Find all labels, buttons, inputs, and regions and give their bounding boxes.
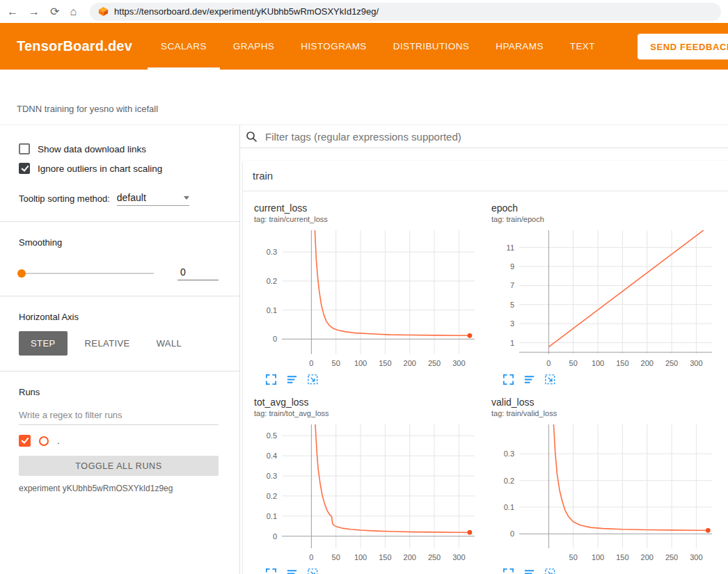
expand-chart-icon[interactable] [503,568,514,574]
toggle-all-runs-button[interactable]: TOGGLE ALL RUNS [19,456,219,476]
chart-plot[interactable]: 1357911050100150200250300 [487,226,720,372]
y-tick-label: 0.5 [267,431,277,440]
chart-title: tot_avg_loss [250,397,487,408]
tab-distributions[interactable]: DISTRIBUTIONS [380,23,482,70]
train-card-header[interactable]: train [243,161,728,191]
run-row[interactable]: . [19,435,219,447]
chart-tag: tag: train/valid_loss [487,409,725,417]
back-icon[interactable]: ← [7,6,18,17]
sidebar-divider [0,296,239,296]
home-icon[interactable]: ⌂ [70,6,77,17]
x-tick-label: 250 [665,553,678,561]
x-tick-label: 200 [404,553,416,561]
chart-plot[interactable]: 00.10.20.30.40.5050100150200250300 [250,420,483,566]
expand-chart-icon[interactable] [265,568,277,574]
chevron-down-icon [184,196,189,200]
tab-histograms[interactable]: HISTOGRAMS [287,23,380,70]
send-feedback-button[interactable]: SEND FEEDBACK [638,33,728,59]
y-tick-label: 0.3 [267,472,277,480]
chart-toolbar [250,568,487,574]
charts-grid: current_losstag: train/current_loss00.10… [243,191,728,574]
browser-chrome: ← → ⟳ ⌂ https://tensorboard.dev/experime… [0,0,728,23]
x-tick-label: 200 [404,359,416,367]
y-tick-label: 9 [510,262,514,271]
x-tick-label: 300 [690,553,702,561]
y-tick-label: 0.3 [267,248,277,256]
tab-hparams[interactable]: HPARAMS [482,23,557,70]
end-point-dot [468,530,473,535]
forward-icon[interactable]: → [29,6,40,17]
experiment-title: TDNN training for yesno with icefall [17,104,158,114]
ignore-outliers-checkbox[interactable] [19,163,30,174]
smoothing-slider[interactable] [19,273,154,274]
y-axis-toggle-icon[interactable] [523,568,535,574]
x-tick-label: 150 [379,553,391,561]
chart-tag: tag: train/epoch [487,215,725,223]
y-tick-label: 0.1 [504,503,514,511]
y-axis-toggle-icon[interactable] [286,568,298,574]
tab-text[interactable]: TEXT [557,23,608,70]
experiment-title-bar: TDNN training for yesno with icefall [0,70,728,125]
y-tick-label: 0.4 [267,452,277,460]
tab-graphs[interactable]: GRAPHS [220,23,287,70]
x-tick-label: 300 [452,359,465,367]
x-tick-label: 200 [641,553,654,561]
runs-filter-input[interactable] [19,406,219,425]
step-axis-button[interactable]: STEP [19,331,68,356]
chart-tag: tag: train/tot_avg_loss [250,409,487,417]
y-tick-label: 0 [273,335,277,343]
tab-scalars[interactable]: SCALARS [148,23,220,70]
address-bar[interactable]: https://tensorboard.dev/experiment/yKUbh… [90,3,721,21]
x-tick-label: 50 [569,359,578,367]
tooltip-sorting-value: default [117,192,146,203]
x-tick-label: 100 [354,359,367,367]
main-nav: SCALARS GRAPHS HISTOGRAMS DISTRIBUTIONS … [148,23,608,70]
x-tick-label: 300 [690,359,702,367]
y-tick-label: 0.1 [267,512,277,520]
x-tick-label: 250 [665,359,678,367]
fit-domain-icon[interactable] [544,568,556,574]
wall-axis-button[interactable]: WALL [148,331,191,356]
tooltip-sorting-dropdown[interactable]: default [117,192,189,206]
brand-logo[interactable]: TensorBoard.dev [17,38,132,54]
ignore-outliers-row[interactable]: Ignore outliers in chart scaling [19,163,219,174]
tag-filter-input[interactable] [264,130,698,143]
reload-icon[interactable]: ⟳ [50,6,59,17]
y-axis-toggle-icon[interactable] [523,374,535,385]
y-tick-label: 5 [510,301,514,309]
tooltip-sorting-row: Tooltip sorting method: default [19,192,219,206]
fit-domain-icon[interactable] [307,568,319,574]
url-text: https://tensorboard.dev/experiment/yKUbh… [114,6,379,17]
chart-card-epoch: epochtag: train/epoch1357911050100150200… [487,202,725,385]
show-download-links-checkbox[interactable] [19,143,30,154]
x-tick-label: 100 [592,359,604,367]
y-tick-label: 0.2 [267,277,277,285]
content: Show data download links Ignore outliers… [0,125,728,574]
series-line [551,420,709,530]
x-tick-label: 0 [309,359,313,367]
relative-axis-button[interactable]: RELATIVE [76,331,139,356]
run-checkbox[interactable] [19,435,31,447]
sidebar-divider [0,371,239,372]
run-name: . [57,436,60,446]
show-download-links-row[interactable]: Show data download links [19,143,219,154]
main-panel: train current_losstag: train/current_los… [240,125,728,574]
train-card: train current_losstag: train/current_los… [243,161,728,574]
x-tick-label: 200 [641,359,654,367]
expand-chart-icon[interactable] [265,374,277,385]
smoothing-value-field[interactable]: 0 [177,266,219,280]
chart-title: epoch [487,202,725,214]
smoothing-slider-thumb[interactable] [17,269,26,278]
x-tick-label: 0 [309,553,313,561]
fit-domain-icon[interactable] [544,374,556,385]
y-tick-label: 0.2 [504,477,514,485]
chart-toolbar [250,374,487,385]
chart-plot[interactable]: 00.10.20.3050100150200250300 [250,226,483,372]
expand-chart-icon[interactable] [503,374,514,385]
search-icon [246,131,258,143]
y-axis-toggle-icon[interactable] [286,374,298,385]
x-tick-label: 50 [332,359,340,367]
chart-plot[interactable]: 00.10.20.350100150200250300 [487,420,720,566]
x-tick-label: 250 [428,359,441,367]
fit-domain-icon[interactable] [307,374,319,385]
